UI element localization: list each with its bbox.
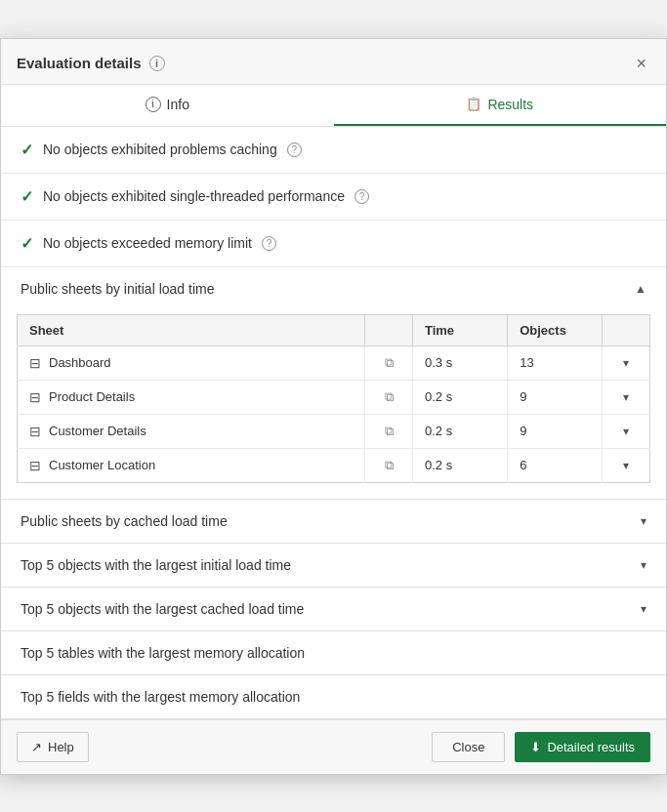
dialog-close-button[interactable]: × bbox=[632, 53, 650, 74]
check-memory: ✓ No objects exceeded memory limit ? bbox=[1, 221, 666, 267]
sheet-icon-dashboard: ⊟ bbox=[29, 355, 41, 371]
results-tab-icon: 📋 bbox=[466, 97, 481, 111]
time-customer-details: 0.2 s bbox=[412, 414, 507, 448]
results-tab-label: Results bbox=[487, 97, 533, 112]
dialog-header: Evaluation details i × bbox=[1, 39, 666, 85]
table-row: ⊟ Dashboard ⧉ 0.3 s 13 ▾ bbox=[18, 345, 650, 380]
section-content-public-sheets-initial: Sheet Time Objects ⊟ Dashb bbox=[1, 314, 666, 499]
export-icon-product-details[interactable]: ⧉ bbox=[365, 380, 413, 414]
col-header-time: Time bbox=[412, 314, 507, 345]
col-header-export bbox=[365, 314, 413, 345]
check-caching: ✓ No objects exhibited problems caching … bbox=[1, 127, 666, 174]
section-label-top5-cached: Top 5 objects with the largest cached lo… bbox=[21, 601, 304, 617]
row-chevron-icon-customer-details: ▾ bbox=[623, 425, 629, 438]
table-row: ⊟ Customer Details ⧉ 0.2 s 9 ▾ bbox=[18, 414, 650, 448]
section-label-public-sheets-initial: Public sheets by initial load time bbox=[21, 281, 214, 297]
section-top5-memory-fields: Top 5 fields with the largest memory all… bbox=[1, 675, 666, 719]
col-header-expand bbox=[603, 314, 650, 345]
col-header-objects: Objects bbox=[508, 314, 603, 345]
section-header-top5-memory-fields[interactable]: Top 5 fields with the largest memory all… bbox=[1, 675, 666, 718]
tab-results[interactable]: 📋 Results bbox=[334, 85, 667, 126]
title-text: Evaluation details bbox=[17, 55, 142, 71]
check-icon-memory: ✓ bbox=[21, 234, 33, 253]
help-icon-single-thread[interactable]: ? bbox=[354, 189, 369, 204]
detailed-results-button[interactable]: ⬇ Detailed results bbox=[515, 732, 650, 762]
help-button[interactable]: ↗ Help bbox=[17, 732, 89, 762]
tab-info[interactable]: i Info bbox=[1, 85, 334, 126]
help-icon-caching[interactable]: ? bbox=[287, 142, 302, 157]
table-row: ⊟ Customer Location ⧉ 0.2 s 6 ▾ bbox=[18, 448, 650, 482]
objects-product-details: 9 bbox=[508, 380, 603, 414]
chevron-icon-public-sheets-initial: ▲ bbox=[635, 282, 646, 296]
detailed-results-label: Detailed results bbox=[547, 740, 635, 754]
sheet-name-customer-details: ⊟ Customer Details bbox=[18, 414, 365, 448]
check-text-memory: No objects exceeded memory limit bbox=[43, 235, 252, 251]
section-header-top5-initial[interactable]: Top 5 objects with the largest initial l… bbox=[1, 544, 666, 587]
chevron-icon-top5-cached: ▾ bbox=[641, 602, 646, 616]
download-icon: ⬇ bbox=[530, 740, 541, 754]
sheet-icon-customer-location: ⊟ bbox=[29, 458, 41, 473]
objects-customer-location: 6 bbox=[508, 448, 603, 482]
footer-right-buttons: Close ⬇ Detailed results bbox=[432, 732, 650, 762]
sheets-table: Sheet Time Objects ⊟ Dashb bbox=[17, 314, 650, 483]
info-tab-icon: i bbox=[146, 97, 161, 112]
section-header-top5-memory-tables[interactable]: Top 5 tables with the largest memory all… bbox=[1, 631, 666, 674]
expand-row-product-details[interactable]: ▾ bbox=[603, 380, 650, 414]
check-icon-single-thread: ✓ bbox=[21, 187, 33, 206]
title-info-icon[interactable]: i bbox=[149, 56, 165, 71]
export-icon-dashboard[interactable]: ⧉ bbox=[365, 345, 413, 380]
expand-row-customer-location[interactable]: ▾ bbox=[603, 448, 650, 482]
export-icon-customer-location[interactable]: ⧉ bbox=[365, 448, 413, 482]
section-label-public-sheets-cached: Public sheets by cached load time bbox=[21, 513, 228, 529]
section-top5-initial: Top 5 objects with the largest initial l… bbox=[1, 544, 666, 588]
chevron-icon-top5-initial: ▾ bbox=[641, 558, 646, 572]
section-label-top5-initial: Top 5 objects with the largest initial l… bbox=[21, 557, 291, 573]
close-button[interactable]: Close bbox=[432, 732, 505, 762]
sheet-icon-product-details: ⊟ bbox=[29, 389, 41, 405]
section-header-public-sheets-cached[interactable]: Public sheets by cached load time ▾ bbox=[1, 500, 666, 543]
section-header-public-sheets-initial[interactable]: Public sheets by initial load time ▲ bbox=[1, 267, 666, 310]
sheet-name-dashboard: ⊟ Dashboard bbox=[18, 345, 365, 380]
col-header-sheet: Sheet bbox=[18, 314, 365, 345]
row-chevron-icon-dashboard: ▾ bbox=[623, 356, 629, 370]
section-header-top5-cached[interactable]: Top 5 objects with the largest cached lo… bbox=[1, 588, 666, 630]
evaluation-details-dialog: Evaluation details i × i Info 📋 Results … bbox=[0, 38, 667, 775]
sheet-name-customer-location: ⊟ Customer Location bbox=[18, 448, 365, 482]
dialog-body: ✓ No objects exhibited problems caching … bbox=[1, 127, 666, 719]
tabs-bar: i Info 📋 Results bbox=[1, 85, 666, 127]
check-text-single-thread: No objects exhibited single-threaded per… bbox=[43, 188, 345, 204]
row-chevron-icon-customer-location: ▾ bbox=[623, 459, 629, 472]
check-text-caching: No objects exhibited problems caching bbox=[43, 142, 277, 157]
section-label-top5-memory-tables: Top 5 tables with the largest memory all… bbox=[21, 645, 305, 661]
expand-row-customer-details[interactable]: ▾ bbox=[603, 414, 650, 448]
section-top5-memory-tables: Top 5 tables with the largest memory all… bbox=[1, 631, 666, 675]
section-public-sheets-initial: Public sheets by initial load time ▲ She… bbox=[1, 267, 666, 500]
check-single-thread: ✓ No objects exhibited single-threaded p… bbox=[1, 174, 666, 221]
time-product-details: 0.2 s bbox=[412, 380, 507, 414]
table-row: ⊟ Product Details ⧉ 0.2 s 9 ▾ bbox=[18, 380, 650, 414]
section-top5-cached: Top 5 objects with the largest cached lo… bbox=[1, 588, 666, 631]
expand-row-dashboard[interactable]: ▾ bbox=[603, 345, 650, 380]
help-icon-memory[interactable]: ? bbox=[262, 236, 276, 251]
row-chevron-icon-product-details: ▾ bbox=[623, 390, 629, 404]
time-dashboard: 0.3 s bbox=[412, 345, 507, 380]
chevron-icon-public-sheets-cached: ▾ bbox=[641, 514, 646, 528]
sheet-name-product-details: ⊟ Product Details bbox=[18, 380, 365, 414]
time-customer-location: 0.2 s bbox=[412, 448, 507, 482]
dialog-footer: ↗ Help Close ⬇ Detailed results bbox=[1, 719, 666, 774]
dialog-title: Evaluation details i bbox=[17, 55, 165, 71]
objects-dashboard: 13 bbox=[508, 345, 603, 380]
info-tab-label: Info bbox=[167, 97, 189, 112]
section-public-sheets-cached: Public sheets by cached load time ▾ bbox=[1, 500, 666, 544]
help-label: Help bbox=[48, 740, 74, 754]
help-icon: ↗ bbox=[31, 740, 42, 754]
objects-customer-details: 9 bbox=[508, 414, 603, 448]
check-icon-caching: ✓ bbox=[21, 141, 33, 159]
export-icon-customer-details[interactable]: ⧉ bbox=[365, 414, 413, 448]
section-label-top5-memory-fields: Top 5 fields with the largest memory all… bbox=[21, 689, 300, 705]
sheet-icon-customer-details: ⊟ bbox=[29, 424, 41, 439]
